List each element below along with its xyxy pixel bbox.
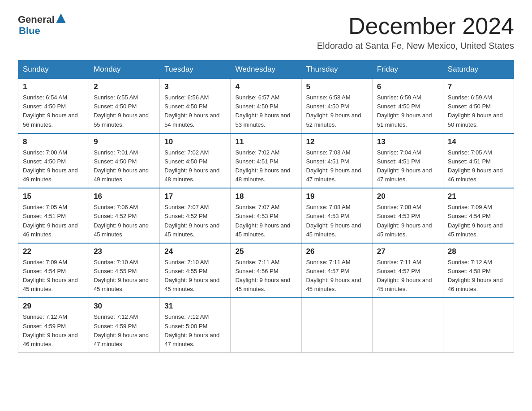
logo-triangle-icon xyxy=(56,13,66,23)
day-info: Sunrise: 7:11 AM Sunset: 4:57 PM Dayligh… xyxy=(306,258,368,294)
day-info: Sunrise: 7:02 AM Sunset: 4:51 PM Dayligh… xyxy=(235,148,296,184)
day-number: 21 xyxy=(448,192,509,201)
day-number: 18 xyxy=(235,192,296,201)
table-row xyxy=(231,298,301,352)
logo-text-general: General xyxy=(18,14,55,25)
day-info: Sunrise: 7:05 AM Sunset: 4:51 PM Dayligh… xyxy=(448,148,509,184)
table-row: 13 Sunrise: 7:04 AM Sunset: 4:51 PM Dayl… xyxy=(372,133,443,188)
logo: General Blue xyxy=(18,13,66,37)
day-number: 22 xyxy=(23,247,84,256)
day-info: Sunrise: 7:12 AM Sunset: 5:00 PM Dayligh… xyxy=(164,313,226,349)
day-number: 13 xyxy=(377,137,438,146)
col-header-friday: Friday xyxy=(372,60,443,79)
day-number: 5 xyxy=(306,82,368,91)
day-number: 19 xyxy=(306,192,368,201)
day-info: Sunrise: 7:12 AM Sunset: 4:59 PM Dayligh… xyxy=(23,313,84,349)
day-number: 16 xyxy=(94,192,155,201)
day-info: Sunrise: 6:59 AM Sunset: 4:50 PM Dayligh… xyxy=(377,93,438,129)
calendar-table: Sunday Monday Tuesday Wednesday Thursday… xyxy=(18,60,514,353)
table-row: 29 Sunrise: 7:12 AM Sunset: 4:59 PM Dayl… xyxy=(18,298,89,352)
day-info: Sunrise: 7:11 AM Sunset: 4:56 PM Dayligh… xyxy=(235,258,296,294)
table-row: 18 Sunrise: 7:07 AM Sunset: 4:53 PM Dayl… xyxy=(231,188,301,243)
table-row: 4 Sunrise: 6:57 AM Sunset: 4:50 PM Dayli… xyxy=(231,79,301,133)
day-number: 17 xyxy=(164,192,226,201)
col-header-wednesday: Wednesday xyxy=(231,60,301,79)
day-info: Sunrise: 6:59 AM Sunset: 4:50 PM Dayligh… xyxy=(448,93,509,129)
table-row: 12 Sunrise: 7:03 AM Sunset: 4:51 PM Dayl… xyxy=(301,133,372,188)
table-row: 2 Sunrise: 6:55 AM Sunset: 4:50 PM Dayli… xyxy=(89,79,160,133)
day-number: 10 xyxy=(164,137,226,146)
page-header: General Blue December 2024 Eldorado at S… xyxy=(18,13,514,51)
day-info: Sunrise: 7:03 AM Sunset: 4:51 PM Dayligh… xyxy=(306,148,368,184)
col-header-saturday: Saturday xyxy=(443,60,514,79)
day-number: 27 xyxy=(377,247,438,256)
table-row: 31 Sunrise: 7:12 AM Sunset: 5:00 PM Dayl… xyxy=(160,298,231,352)
week-row-1: 1 Sunrise: 6:54 AM Sunset: 4:50 PM Dayli… xyxy=(18,79,514,133)
table-row: 9 Sunrise: 7:01 AM Sunset: 4:50 PM Dayli… xyxy=(89,133,160,188)
table-row: 3 Sunrise: 6:56 AM Sunset: 4:50 PM Dayli… xyxy=(160,79,231,133)
day-info: Sunrise: 7:08 AM Sunset: 4:53 PM Dayligh… xyxy=(306,203,368,239)
table-row: 14 Sunrise: 7:05 AM Sunset: 4:51 PM Dayl… xyxy=(443,133,514,188)
week-row-2: 8 Sunrise: 7:00 AM Sunset: 4:50 PM Dayli… xyxy=(18,133,514,188)
table-row: 28 Sunrise: 7:12 AM Sunset: 4:58 PM Dayl… xyxy=(443,243,514,298)
table-row: 30 Sunrise: 7:12 AM Sunset: 4:59 PM Dayl… xyxy=(89,298,160,352)
day-info: Sunrise: 7:11 AM Sunset: 4:57 PM Dayligh… xyxy=(377,258,438,294)
day-number: 30 xyxy=(94,302,155,311)
table-row: 7 Sunrise: 6:59 AM Sunset: 4:50 PM Dayli… xyxy=(443,79,514,133)
table-row: 15 Sunrise: 7:05 AM Sunset: 4:51 PM Dayl… xyxy=(18,188,89,243)
day-info: Sunrise: 6:57 AM Sunset: 4:50 PM Dayligh… xyxy=(235,93,296,129)
day-number: 24 xyxy=(164,247,226,256)
day-info: Sunrise: 7:07 AM Sunset: 4:53 PM Dayligh… xyxy=(235,203,296,239)
col-header-tuesday: Tuesday xyxy=(160,60,231,79)
day-number: 12 xyxy=(306,137,368,146)
col-header-monday: Monday xyxy=(89,60,160,79)
day-number: 15 xyxy=(23,192,84,201)
day-number: 4 xyxy=(235,82,296,91)
table-row: 22 Sunrise: 7:09 AM Sunset: 4:54 PM Dayl… xyxy=(18,243,89,298)
day-info: Sunrise: 7:06 AM Sunset: 4:52 PM Dayligh… xyxy=(94,203,155,239)
day-info: Sunrise: 7:01 AM Sunset: 4:50 PM Dayligh… xyxy=(94,148,155,184)
day-number: 31 xyxy=(164,302,226,311)
calendar-header-row: Sunday Monday Tuesday Wednesday Thursday… xyxy=(18,60,514,79)
week-row-5: 29 Sunrise: 7:12 AM Sunset: 4:59 PM Dayl… xyxy=(18,298,514,352)
location-title: Eldorado at Santa Fe, New Mexico, United… xyxy=(317,41,514,51)
table-row: 23 Sunrise: 7:10 AM Sunset: 4:55 PM Dayl… xyxy=(89,243,160,298)
day-number: 7 xyxy=(448,82,509,91)
day-number: 20 xyxy=(377,192,438,201)
table-row xyxy=(372,298,443,352)
table-row: 25 Sunrise: 7:11 AM Sunset: 4:56 PM Dayl… xyxy=(231,243,301,298)
day-info: Sunrise: 7:08 AM Sunset: 4:53 PM Dayligh… xyxy=(377,203,438,239)
day-info: Sunrise: 6:54 AM Sunset: 4:50 PM Dayligh… xyxy=(23,93,84,129)
day-info: Sunrise: 6:58 AM Sunset: 4:50 PM Dayligh… xyxy=(306,93,368,129)
day-info: Sunrise: 7:10 AM Sunset: 4:55 PM Dayligh… xyxy=(164,258,226,294)
table-row: 24 Sunrise: 7:10 AM Sunset: 4:55 PM Dayl… xyxy=(160,243,231,298)
table-row: 6 Sunrise: 6:59 AM Sunset: 4:50 PM Dayli… xyxy=(372,79,443,133)
day-info: Sunrise: 7:10 AM Sunset: 4:55 PM Dayligh… xyxy=(94,258,155,294)
day-number: 3 xyxy=(164,82,226,91)
table-row xyxy=(301,298,372,352)
day-number: 28 xyxy=(448,247,509,256)
table-row: 17 Sunrise: 7:07 AM Sunset: 4:52 PM Dayl… xyxy=(160,188,231,243)
svg-marker-0 xyxy=(56,13,66,23)
day-info: Sunrise: 7:00 AM Sunset: 4:50 PM Dayligh… xyxy=(23,148,84,184)
table-row: 11 Sunrise: 7:02 AM Sunset: 4:51 PM Dayl… xyxy=(231,133,301,188)
month-title: December 2024 xyxy=(317,13,514,39)
day-info: Sunrise: 7:09 AM Sunset: 4:54 PM Dayligh… xyxy=(23,258,84,294)
day-number: 6 xyxy=(377,82,438,91)
table-row xyxy=(443,298,514,352)
day-number: 29 xyxy=(23,302,84,311)
day-number: 1 xyxy=(23,82,84,91)
day-number: 9 xyxy=(94,137,155,146)
day-info: Sunrise: 7:12 AM Sunset: 4:59 PM Dayligh… xyxy=(94,313,155,349)
table-row: 19 Sunrise: 7:08 AM Sunset: 4:53 PM Dayl… xyxy=(301,188,372,243)
week-row-3: 15 Sunrise: 7:05 AM Sunset: 4:51 PM Dayl… xyxy=(18,188,514,243)
table-row: 26 Sunrise: 7:11 AM Sunset: 4:57 PM Dayl… xyxy=(301,243,372,298)
table-row: 1 Sunrise: 6:54 AM Sunset: 4:50 PM Dayli… xyxy=(18,79,89,133)
table-row: 16 Sunrise: 7:06 AM Sunset: 4:52 PM Dayl… xyxy=(89,188,160,243)
table-row: 20 Sunrise: 7:08 AM Sunset: 4:53 PM Dayl… xyxy=(372,188,443,243)
table-row: 8 Sunrise: 7:00 AM Sunset: 4:50 PM Dayli… xyxy=(18,133,89,188)
table-row: 10 Sunrise: 7:02 AM Sunset: 4:50 PM Dayl… xyxy=(160,133,231,188)
day-number: 11 xyxy=(235,137,296,146)
day-number: 8 xyxy=(23,137,84,146)
week-row-4: 22 Sunrise: 7:09 AM Sunset: 4:54 PM Dayl… xyxy=(18,243,514,298)
